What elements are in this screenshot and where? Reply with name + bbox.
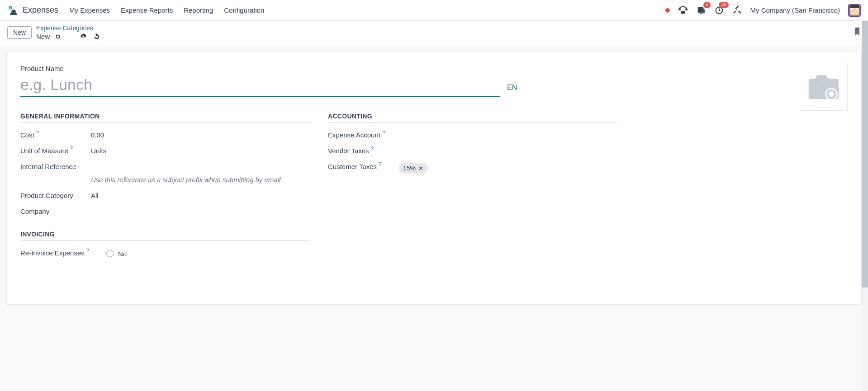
svg-rect-10 [683, 12, 683, 13]
internal-ref-label: Internal Reference [20, 163, 76, 170]
app-title[interactable]: Expenses [23, 5, 58, 15]
recording-indicator-icon [665, 8, 670, 13]
close-icon[interactable]: ✕ [418, 165, 423, 172]
help-icon[interactable]: ? [36, 130, 39, 135]
new-button[interactable]: New [7, 26, 32, 39]
messages-badge: 4 [703, 2, 711, 8]
breadcrumb-current: New [36, 33, 50, 40]
company-switcher[interactable]: My Company (San Francisco) [750, 6, 840, 14]
discard-icon[interactable] [93, 33, 100, 40]
main-area: Product Name EN GENERAL INFORMATION Cost… [0, 45, 868, 311]
svg-rect-8 [683, 11, 684, 12]
topbar: $ Expenses My Expenses Expense Reports R… [0, 0, 868, 21]
help-icon[interactable]: ? [379, 161, 381, 167]
avatar[interactable] [848, 4, 861, 17]
cost-input[interactable]: 0.00 [91, 131, 104, 139]
customer-taxes-label: Customer Taxes [328, 163, 377, 170]
nav-expense-reports[interactable]: Expense Reports [121, 6, 173, 14]
cost-label: Cost [20, 131, 34, 139]
svg-rect-5 [685, 9, 687, 10]
phone-icon[interactable] [678, 5, 688, 15]
activities-icon[interactable]: 30 [714, 5, 724, 15]
nav-reporting[interactable]: Reporting [184, 6, 213, 14]
category-input[interactable]: All [91, 192, 99, 199]
section-title-accounting: ACCOUNTING [328, 113, 617, 123]
help-icon[interactable]: ? [382, 130, 385, 135]
product-name-label: Product Name [20, 65, 848, 72]
radio-icon[interactable] [106, 250, 114, 257]
nav-configuration[interactable]: Configuration [224, 6, 264, 14]
help-icon[interactable]: ? [70, 146, 73, 151]
svg-rect-7 [683, 11, 683, 12]
company-label: Company [20, 207, 49, 215]
help-icon[interactable]: ? [86, 248, 89, 253]
svg-rect-11 [683, 12, 684, 13]
customer-taxes-input[interactable]: 15% ✕ [398, 163, 428, 174]
svg-rect-17 [828, 93, 834, 95]
accounting-section: ACCOUNTING Expense Account ? Vendor Taxe… [328, 113, 617, 266]
vendor-taxes-label: Vendor Taxes [328, 147, 369, 155]
topbar-right: 4 30 My Company (San Francisco) [665, 4, 861, 17]
svg-rect-9 [681, 12, 682, 13]
section-title-invoicing: INVOICING [20, 231, 310, 241]
tools-icon[interactable] [732, 5, 742, 15]
messages-icon[interactable]: 4 [696, 5, 706, 15]
app-icon-expenses: $ [7, 5, 18, 16]
svg-text:$: $ [10, 6, 11, 9]
breadcrumb: Expense Categories New [36, 24, 100, 40]
reinvoice-value: No [118, 250, 127, 258]
nav-my-expenses[interactable]: My Expenses [69, 6, 110, 14]
general-section: GENERAL INFORMATION Cost ? 0.00 Unit of … [20, 113, 310, 266]
section-title-general: GENERAL INFORMATION [20, 113, 310, 123]
svg-rect-3 [10, 13, 17, 15]
tax-tag: 15% ✕ [398, 163, 428, 174]
bookmark-icon[interactable] [854, 27, 861, 38]
svg-rect-4 [678, 9, 680, 10]
form-card: Product Name EN GENERAL INFORMATION Cost… [6, 52, 862, 305]
breadcrumb-parent[interactable]: Expense Categories [36, 24, 100, 32]
product-name-input[interactable] [20, 75, 500, 97]
cloud-upload-icon[interactable] [80, 33, 87, 40]
internal-ref-hint: Use this reference as a subject prefix w… [91, 176, 310, 184]
image-placeholder[interactable] [800, 63, 848, 111]
scroll-thumb[interactable] [862, 21, 868, 287]
svg-rect-6 [681, 11, 682, 12]
category-label: Product Category [20, 192, 73, 199]
reinvoice-option[interactable]: No [106, 249, 127, 258]
reinvoice-label: Re-Invoice Expenses [20, 249, 85, 257]
uom-label: Unit of Measure [20, 147, 68, 155]
control-row: New Expense Categories New [0, 21, 868, 45]
tax-tag-label: 15% [403, 165, 416, 172]
uom-input[interactable]: Units [91, 147, 106, 155]
gear-icon[interactable] [54, 33, 62, 40]
expense-account-label: Expense Account [328, 131, 380, 139]
lang-badge[interactable]: EN [507, 84, 517, 92]
nav-menu: My Expenses Expense Reports Reporting Co… [69, 6, 264, 14]
help-icon[interactable]: ? [371, 146, 374, 151]
scrollbar[interactable] [862, 21, 868, 311]
activities-badge: 30 [719, 2, 728, 8]
